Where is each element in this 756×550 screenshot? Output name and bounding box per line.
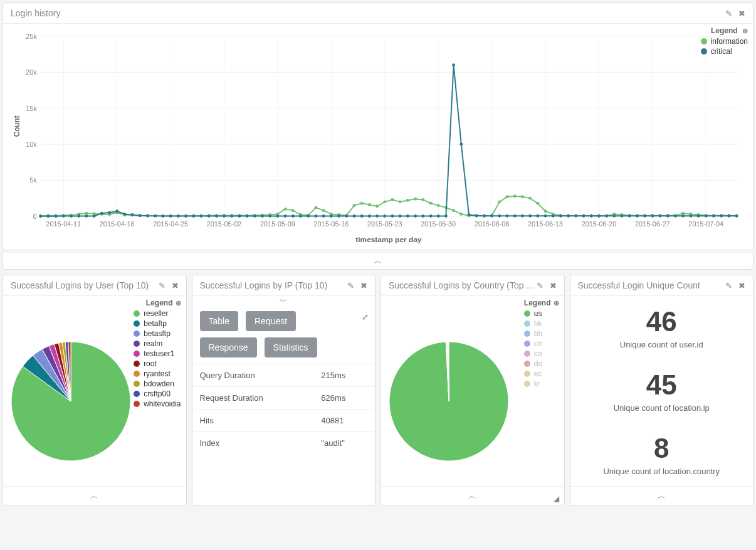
legend-item[interactable]: reseller xyxy=(134,309,181,318)
pie-chart-users[interactable] xyxy=(8,339,134,464)
svg-point-186 xyxy=(452,63,455,66)
stat-label: Index xyxy=(192,432,314,455)
legend-item[interactable]: co xyxy=(524,349,559,358)
panel-header: Successful Logins by IP (Top 10) ✎ ✖ xyxy=(192,275,375,296)
edit-icon[interactable]: ✎ xyxy=(159,281,165,290)
expand-icon[interactable]: ⤢ xyxy=(362,312,369,322)
chevron-up-icon: ︿ xyxy=(658,490,666,502)
legend-item[interactable]: hk xyxy=(524,319,559,328)
svg-point-157 xyxy=(230,214,233,218)
svg-point-142 xyxy=(115,209,118,213)
resize-handle-icon[interactable]: ◢ xyxy=(554,494,559,503)
tab-statistics-button[interactable]: Statistics xyxy=(265,337,317,357)
svg-point-170 xyxy=(330,214,333,218)
svg-point-90 xyxy=(421,198,424,201)
legend-dot-icon xyxy=(524,381,530,387)
edit-icon[interactable]: ✎ xyxy=(725,281,732,290)
legend-item-information[interactable]: information xyxy=(701,37,748,46)
svg-point-176 xyxy=(375,214,379,218)
legend-settings-icon[interactable]: ⊕ xyxy=(176,299,181,307)
pie-chart-country[interactable] xyxy=(386,339,512,464)
close-icon[interactable]: ✖ xyxy=(738,281,745,290)
metric-label: Unique count of location.country xyxy=(575,467,748,476)
legend-item[interactable]: ec xyxy=(524,369,559,378)
svg-point-205 xyxy=(597,214,601,218)
edit-icon[interactable]: ✎ xyxy=(537,281,543,290)
chevron-up-icon: ︿ xyxy=(468,490,476,502)
legend-item[interactable]: testuser1 xyxy=(134,349,181,358)
legend-title-text: Legend xyxy=(711,26,738,35)
svg-point-132 xyxy=(39,214,42,218)
legend-item[interactable]: cn xyxy=(524,339,559,348)
svg-point-88 xyxy=(406,199,409,202)
legend-item[interactable]: bdowden xyxy=(134,379,181,388)
legend-item[interactable]: ryantest xyxy=(134,369,181,378)
legend-settings-icon[interactable]: ⊕ xyxy=(554,299,559,307)
svg-point-196 xyxy=(528,214,532,218)
edit-icon[interactable]: ✎ xyxy=(347,281,354,290)
legend-settings-icon[interactable]: ⊕ xyxy=(742,27,748,34)
svg-point-141 xyxy=(108,211,111,214)
svg-point-163 xyxy=(276,214,279,218)
svg-point-184 xyxy=(437,214,440,218)
tab-table-button[interactable]: Table xyxy=(200,311,238,331)
svg-text:20k: 20k xyxy=(26,68,37,76)
legend-item[interactable]: betaftp xyxy=(134,319,181,328)
unique-count-panel: Successful Login Unique Count ✎ ✖ 46 Uni… xyxy=(570,275,754,506)
legend-item[interactable]: betasftp xyxy=(134,329,181,338)
svg-point-181 xyxy=(414,214,417,218)
close-icon[interactable]: ✖ xyxy=(360,281,367,290)
svg-text:2015-06-13: 2015-06-13 xyxy=(528,220,563,228)
svg-point-178 xyxy=(391,214,394,218)
collapse-toggle[interactable]: ︿ xyxy=(3,486,186,505)
svg-point-143 xyxy=(123,213,126,216)
collapse-toggle-inner[interactable]: ﹀ xyxy=(192,296,375,311)
close-icon[interactable]: ✖ xyxy=(550,281,557,290)
svg-point-101 xyxy=(506,195,509,198)
legend-item[interactable]: root xyxy=(134,359,181,368)
panel-header: Successful Login Unique Count ✎ ✖ xyxy=(570,275,753,296)
collapse-toggle[interactable]: ︿ xyxy=(3,253,753,270)
collapse-toggle[interactable]: ︿◢ xyxy=(381,486,564,505)
edit-icon[interactable]: ✎ xyxy=(725,9,732,18)
tab-response-button[interactable]: Response xyxy=(200,337,257,357)
tab-request-button[interactable]: Request xyxy=(246,311,296,331)
close-icon[interactable]: ✖ xyxy=(172,281,179,290)
svg-point-158 xyxy=(238,214,241,218)
collapse-toggle[interactable]: ︿ xyxy=(570,486,753,505)
legend-item[interactable]: de xyxy=(524,359,559,368)
svg-point-95 xyxy=(459,213,463,216)
metric-label: Unique count of user.id xyxy=(575,340,748,349)
legend-item[interactable]: crsftp00 xyxy=(134,389,181,398)
line-chart-svg[interactable]: 05k10k15k20k25k2015-04-112015-04-182015-… xyxy=(11,30,745,246)
svg-point-86 xyxy=(391,198,394,201)
close-icon[interactable]: ✖ xyxy=(738,9,745,18)
svg-point-87 xyxy=(399,200,402,203)
legend-item[interactable]: whitevoidia xyxy=(134,399,181,408)
table-row: Query Duration215ms xyxy=(192,364,375,387)
legend-item[interactable]: kr xyxy=(524,379,559,388)
stat-label: Request Duration xyxy=(192,387,314,410)
legend-dot-icon xyxy=(134,310,140,317)
svg-point-106 xyxy=(544,209,547,213)
stat-value: 215ms xyxy=(313,364,375,387)
stat-value: 40881 xyxy=(313,410,375,432)
panel-actions: ✎ ✖ xyxy=(725,9,745,18)
metric-value: 46 xyxy=(575,306,748,337)
svg-point-84 xyxy=(375,204,379,208)
legend-dot-icon xyxy=(524,351,530,357)
pie-legend-users: Legend⊕ resellerbetaftpbetasftprealmtest… xyxy=(134,299,181,410)
legend-item[interactable]: realm xyxy=(134,339,181,348)
svg-point-192 xyxy=(498,214,501,218)
svg-point-137 xyxy=(77,214,80,218)
svg-text:2015-06-06: 2015-06-06 xyxy=(475,220,510,228)
legend-item[interactable]: us xyxy=(524,309,559,318)
svg-text:2015-05-16: 2015-05-16 xyxy=(313,220,349,228)
svg-point-194 xyxy=(513,214,517,218)
legend-item[interactable]: bh xyxy=(524,329,559,338)
svg-point-221 xyxy=(720,214,723,218)
svg-point-188 xyxy=(468,213,471,216)
legend-item-critical[interactable]: critical xyxy=(701,47,748,56)
svg-point-168 xyxy=(314,214,317,218)
svg-point-134 xyxy=(55,214,58,218)
